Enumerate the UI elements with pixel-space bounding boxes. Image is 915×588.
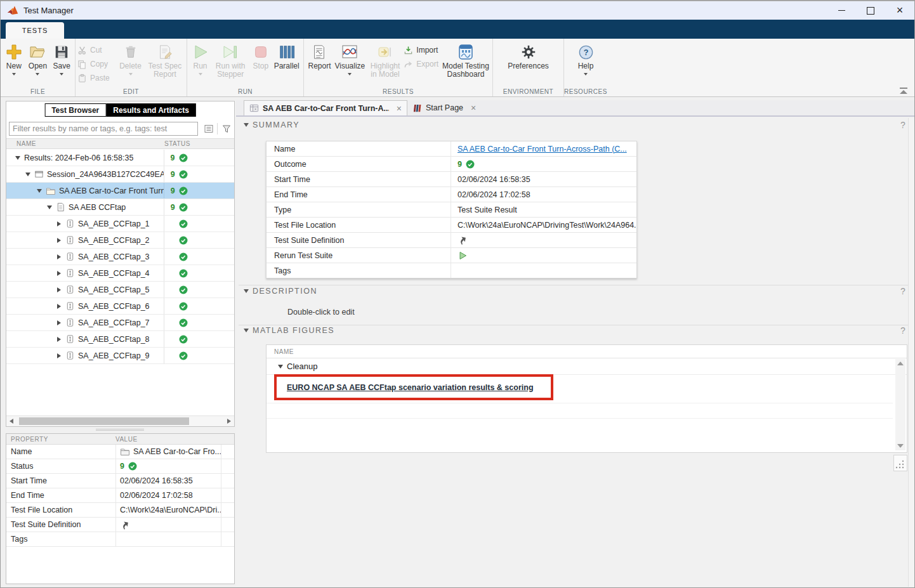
result-name-link[interactable]: SA AEB Car-to-Car Front Turn-Across-Path… (458, 145, 627, 154)
funnel-icon (221, 124, 232, 134)
expand-triangle-icon[interactable] (47, 206, 52, 209)
scrollbar-thumb[interactable] (19, 417, 189, 425)
scroll-down-icon[interactable] (897, 444, 904, 448)
property-row-name[interactable]: Name SA AEB Car-to-Car Fro... (6, 445, 234, 459)
property-row-file-location[interactable]: Test File Location C:\Work\24a\EuroNCAP\… (6, 503, 234, 518)
property-panel: PROPERTY VALUE Name SA AEB Car-to-Car Fr… (6, 433, 235, 584)
tree-row-iteration[interactable]: SA_AEB_CCFtap_3 (6, 249, 234, 265)
expand-triangle-icon[interactable] (25, 173, 30, 176)
matlab-figures-section-header[interactable]: MATLAB FIGURES (244, 326, 334, 335)
ribbon-tab-strip: TESTS (1, 20, 914, 39)
tree-row-iteration[interactable]: SA_AEB_CCFtap_6 (6, 298, 234, 315)
close-tab-icon[interactable]: × (471, 103, 476, 113)
collapsed-triangle-icon[interactable] (57, 238, 61, 243)
close-tab-icon[interactable]: × (397, 103, 402, 114)
iteration-icon (65, 219, 75, 228)
property-row-suite-definition[interactable]: Test Suite Definition (6, 518, 234, 532)
test-spec-report-button[interactable]: Test Spec Report (145, 41, 185, 86)
collapsed-triangle-icon[interactable] (57, 320, 61, 325)
collapsed-triangle-icon[interactable] (57, 353, 61, 358)
summary-row-end-time: End Time 02/06/2024 17:02:58 (267, 187, 636, 202)
copy-button[interactable]: Copy (77, 57, 115, 71)
expand-triangle-icon[interactable] (37, 189, 42, 193)
summary-help-icon[interactable]: ? (898, 120, 908, 130)
run-with-stepper-button[interactable]: Run with Stepper (211, 41, 249, 86)
tab-start-page[interactable]: Start Page × (407, 100, 481, 115)
horizontal-scrollbar[interactable] (6, 415, 234, 426)
property-row-status[interactable]: Status 9 (6, 459, 234, 474)
report-button[interactable]: Report (306, 41, 333, 86)
resize-grip[interactable] (893, 455, 907, 471)
ribbon: New Open Save FILE Cut Copy Paste (1, 39, 914, 97)
panel-splitter[interactable] (96, 428, 144, 432)
filter-input[interactable] (9, 122, 198, 136)
new-button[interactable]: New (3, 41, 25, 86)
tree-row-iteration[interactable]: SA_AEB_CCFtap_7 (6, 315, 234, 331)
collapsed-triangle-icon[interactable] (57, 254, 61, 259)
description-placeholder[interactable]: Double-click to edit (287, 308, 355, 317)
svg-text:?: ? (583, 48, 588, 57)
collapsed-triangle-icon[interactable] (57, 221, 61, 226)
minimize-button[interactable] (827, 1, 856, 20)
document-icon (56, 202, 65, 212)
expand-triangle-icon[interactable] (15, 156, 20, 160)
property-row-end-time[interactable]: End Time 02/06/2024 17:02:58 (6, 488, 234, 503)
tree-row-iteration[interactable]: SA_AEB_CCFtap_5 (6, 282, 234, 298)
preferences-button[interactable]: Preferences (504, 41, 553, 86)
export-button[interactable]: Export (404, 57, 441, 71)
property-row-start-time[interactable]: Start Time 02/06/2024 16:58:35 (6, 474, 234, 488)
save-button[interactable]: Save (50, 41, 73, 86)
tree-row-iteration[interactable]: SA_AEB_CCFtap_8 (6, 331, 234, 348)
close-button[interactable]: × (885, 1, 914, 20)
tab-tests[interactable]: TESTS (6, 22, 64, 39)
collapsed-triangle-icon[interactable] (57, 337, 61, 342)
figures-group-cleanup[interactable]: Cleanup (267, 358, 907, 375)
visualize-button[interactable]: Visualize (333, 41, 367, 86)
tab-results-and-artifacts[interactable]: Results and Artifacts (106, 103, 196, 117)
delete-button[interactable]: Delete (115, 41, 145, 86)
parallel-button[interactable]: Parallel (272, 41, 301, 86)
stop-button[interactable]: Stop (249, 41, 272, 86)
scroll-left-icon[interactable] (10, 419, 13, 424)
filter-button[interactable] (219, 122, 234, 136)
tree-row-session[interactable]: Session_24A9643B127C2C49EA 9 (6, 166, 234, 183)
import-button[interactable]: Import (404, 43, 441, 57)
description-help-icon[interactable]: ? (898, 286, 908, 296)
highlight-in-model-button[interactable]: Highlight in Model (367, 41, 404, 86)
collapse-ribbon-button[interactable] (899, 88, 908, 94)
saved-filters-button[interactable] (201, 122, 216, 136)
tree-row-iteration[interactable]: SA_AEB_CCFtap_2 (6, 232, 234, 249)
collapsed-triangle-icon[interactable] (57, 287, 61, 292)
chevron-down-icon (129, 73, 133, 75)
tree-row-testfile[interactable]: SA AEB CCFtap 9 (6, 199, 234, 216)
tab-result-document[interactable]: SA AEB Car-to-Car Front Turn-A... × (244, 100, 407, 115)
tree-row-iteration[interactable]: SA_AEB_CCFtap_4 (6, 265, 234, 282)
tree-row-iteration[interactable]: SA_AEB_CCFtap_1 (6, 216, 234, 232)
paste-button[interactable]: Paste (77, 71, 115, 85)
tree-row-results[interactable]: Results: 2024-Feb-06 16:58:35 9 (6, 150, 234, 166)
figures-help-icon[interactable]: ? (898, 325, 908, 336)
figure-link[interactable]: EURO NCAP SA AEB CCFtap scenario variati… (287, 383, 534, 392)
collapsed-triangle-icon[interactable] (57, 271, 61, 276)
window-right-scrollbar-track[interactable] (908, 118, 915, 587)
goto-arrow-icon[interactable] (120, 520, 129, 530)
cut-button[interactable]: Cut (77, 43, 115, 57)
rerun-play-icon[interactable] (458, 251, 468, 261)
maximize-button[interactable] (856, 1, 885, 20)
scroll-right-icon[interactable] (227, 419, 231, 424)
open-button[interactable]: Open (25, 41, 51, 86)
maximize-icon (867, 7, 874, 15)
property-row-tags[interactable]: Tags (6, 532, 234, 547)
model-testing-dashboard-button[interactable]: Model Testing Dashboard (441, 41, 490, 86)
figures-vertical-scrollbar[interactable] (895, 359, 905, 450)
collapsed-triangle-icon[interactable] (57, 304, 61, 309)
tab-test-browser[interactable]: Test Browser (44, 103, 106, 117)
goto-arrow-icon[interactable] (458, 235, 467, 245)
tree-row-iteration[interactable]: SA_AEB_CCFtap_9 (6, 348, 234, 364)
help-button[interactable]: ? Help (572, 41, 600, 86)
summary-section-header[interactable]: SUMMARY (244, 121, 300, 129)
tree-row-suite-selected[interactable]: SA AEB Car-to-Car Front Turn- 9 (6, 183, 234, 199)
scroll-up-icon[interactable] (897, 362, 904, 365)
run-button[interactable]: Run (189, 41, 211, 86)
description-section-header[interactable]: DESCRIPTION (244, 287, 317, 296)
